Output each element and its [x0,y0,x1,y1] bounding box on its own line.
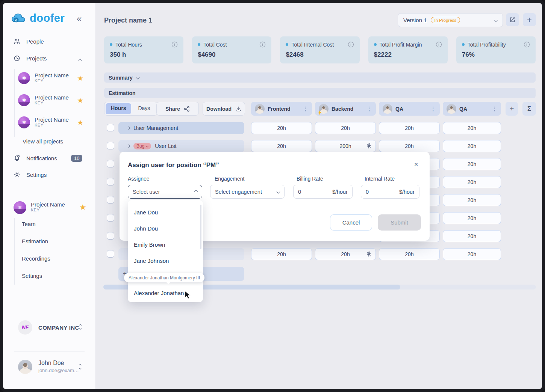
hours-cell[interactable]: 20h [443,248,501,260]
star-icon[interactable]: ★ [77,75,83,82]
internal-rate-label: Internal Rate [365,176,395,182]
dropdown-option[interactable]: Alexander Jonathan… [128,285,203,301]
chevron-up-icon[interactable] [79,59,82,63]
chevron-up-icon [194,190,198,194]
hours-cell[interactable]: 20h [379,122,440,134]
column-header-qa-2[interactable]: QA ⋮ [443,102,501,116]
company-switcher[interactable]: NF COMPANY INC [18,320,79,335]
kebab-icon[interactable]: ⋮ [492,106,497,112]
hours-cell[interactable]: 20h [315,248,376,260]
kebab-icon[interactable]: ⋮ [303,106,308,112]
info-icon[interactable] [524,41,530,48]
row-checkbox[interactable] [107,178,114,185]
internal-rate-input[interactable]: 0$/hour [361,185,419,199]
user-menu[interactable]: John Doe john.doe@exam… [18,360,79,374]
days-toggle-button[interactable]: Days [132,103,156,114]
add-column-button[interactable]: + [506,102,518,116]
sidebar-item-settings[interactable]: Settings [14,171,47,178]
kebab-icon[interactable]: ⋮ [430,106,436,112]
task-row-user-list[interactable]: Bug User List [118,140,244,152]
share-button[interactable]: Share [156,102,199,116]
hours-cell[interactable]: 20h [443,140,501,152]
hours-cell[interactable]: 20h [251,248,312,260]
dropdown-option[interactable]: John Dou [128,220,203,237]
dot-icon [462,43,465,46]
row-checkbox[interactable] [107,142,114,149]
column-header-backend[interactable]: Backend ⋮ [315,102,376,116]
chevron-right-icon[interactable] [127,145,130,148]
hours-cell[interactable]: 20h [379,140,440,152]
stat-value: 76% [462,51,530,59]
info-icon[interactable] [171,41,178,48]
bug-tag[interactable]: Bug [133,143,151,149]
engagement-select[interactable]: Select engagement [210,185,285,199]
indent-guide [14,69,15,137]
stat-value: $2222 [374,51,442,59]
star-icon[interactable]: ★ [79,203,86,211]
current-project-item[interactable]: ✽ Project NameKEY [14,201,65,214]
hours-cell[interactable]: 20h [443,230,501,242]
star-icon[interactable]: ★ [77,97,83,104]
version-select[interactable]: Version 1 In Progress [398,13,503,27]
assignee-select[interactable]: Select user [128,185,202,199]
row-checkbox[interactable] [107,232,114,240]
cloud-logo-icon: d [11,13,27,24]
project-list-item[interactable]: ✽ Project NameKEY [18,72,69,84]
row-checkbox[interactable] [107,250,114,258]
project-avatar: ✽ [18,94,30,106]
hours-cell[interactable]: 20h [443,158,501,170]
column-label: QA [459,106,489,112]
hours-cell[interactable]: 20h [443,194,501,206]
sidebar-item-settings-project[interactable]: Settings [22,273,42,279]
cancel-button[interactable]: Cancel [330,214,372,231]
sidebar-item-team[interactable]: Team [22,221,36,227]
billing-rate-input[interactable]: 0$/hour [293,185,353,199]
sidebar-item-recordings[interactable]: Recordings [22,255,50,262]
sidebar-item-estimation[interactable]: Estimation [22,238,48,244]
info-icon[interactable] [436,41,442,48]
sidebar-item-notifications[interactable]: Notifications [14,155,57,161]
people-label: People [26,38,44,45]
column-header-qa-1[interactable]: QA ⋮ [379,102,440,116]
user-updown-icon[interactable] [79,364,81,369]
add-version-button[interactable]: + [523,13,536,26]
submit-button[interactable]: Submit [378,214,421,231]
hours-cell[interactable]: 20h [379,248,440,260]
row-checkbox[interactable] [107,214,114,222]
edit-version-button[interactable] [506,13,519,26]
summary-section-bar[interactable]: Summary [104,72,536,83]
hours-cell[interactable]: 20h [315,122,376,134]
row-checkbox[interactable] [107,160,114,167]
sum-button[interactable]: Σ [522,102,536,116]
hours-cell[interactable]: 200h [315,140,376,152]
hours-cell[interactable]: 20h [251,122,312,134]
kebab-icon[interactable]: ⋮ [366,106,372,112]
chevron-right-icon[interactable] [127,127,130,130]
dropdown-option[interactable]: Jane Dou [128,204,203,220]
dropdown-option[interactable]: Emily Brown [128,237,203,253]
download-button[interactable]: Download [203,102,245,116]
dropdown-option[interactable]: Jane Johnson [128,253,203,269]
sidebar-collapse-button[interactable]: « [77,14,82,23]
hours-cell[interactable]: 20h [443,122,501,134]
close-icon[interactable]: ✕ [414,161,418,167]
column-header-frontend[interactable]: Frontend ⋮ [251,102,312,116]
hours-cell[interactable]: 20h [443,176,501,188]
project-list-item[interactable]: ✽ Project NameKEY [18,94,69,106]
row-checkbox[interactable] [107,196,114,204]
row-checkbox[interactable] [107,124,114,131]
view-all-projects-link[interactable]: View all projects [23,138,63,145]
hours-cell[interactable]: 20h [251,140,312,152]
task-row-user-management[interactable]: User Management [118,122,244,134]
project-list-item[interactable]: ✽ Project NameKEY [18,116,69,128]
hours-toggle-button[interactable]: Hours [106,103,131,114]
hours-cell[interactable]: 20h [443,212,501,224]
sidebar-item-projects[interactable]: Projects [14,55,47,62]
estimation-section-bar[interactable]: Estimation [104,88,536,98]
info-icon[interactable] [259,41,266,48]
star-icon[interactable]: ★ [77,119,83,126]
info-icon[interactable] [348,41,354,48]
sidebar-item-people[interactable]: People [14,38,44,45]
company-updown-icon[interactable] [79,324,81,329]
dropdown-scrollbar[interactable] [200,205,201,249]
